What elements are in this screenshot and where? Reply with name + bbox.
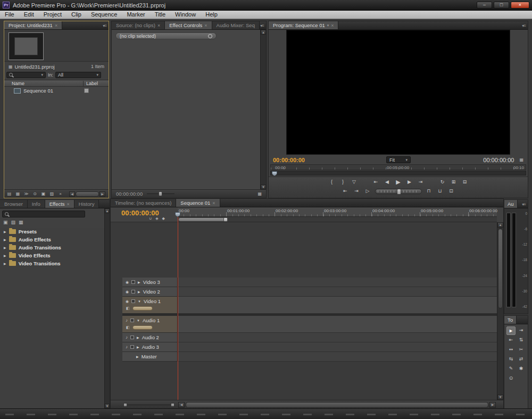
menu-sequence[interactable]: Sequence [86,11,122,19]
toggle-track-output-icon[interactable]: ◉ [126,299,129,304]
go-to-previous-edit-button[interactable]: ⇤ [372,179,380,186]
scroll-down-button[interactable]: ▼ [261,185,266,189]
scroll-left-button[interactable]: ◀ [178,402,185,408]
unnumbered-marker-icon[interactable]: ◆ [162,216,165,221]
maximize-button[interactable]: □ [494,2,509,9]
minimize-button[interactable]: – [477,2,492,9]
monitor-time-ruler[interactable]: 00:00 00:05:00:00 00:10 [270,164,526,170]
track-lock-toggle[interactable] [130,319,134,322]
collapse-icon[interactable]: ▶ [137,336,139,339]
speaker-icon[interactable]: ♪ [126,345,128,349]
zoom-level-select[interactable]: Fit ▾ [386,156,411,163]
horizontal-scrollbar-thumb[interactable] [76,191,99,197]
track-lock-toggle[interactable] [131,299,135,303]
zoom-slider[interactable] [147,191,174,196]
tab-project[interactable]: Project: Untitled231 × [4,21,62,29]
scroll-up-button[interactable]: ▲ [261,30,266,35]
vertical-scrollbar-thumb[interactable] [498,229,503,308]
track-lock-toggle[interactable] [131,290,135,294]
expand-arrow-icon[interactable]: ▶ [4,262,6,265]
menu-title[interactable]: Title [150,11,170,19]
tab-effects[interactable]: Effects × [45,200,74,208]
safe-margins-button[interactable]: ⊞ [450,179,458,186]
tab-source[interactable]: Source: (no clips) × [112,21,165,29]
slider-handle[interactable] [159,191,162,196]
vertical-scrollbar[interactable]: ▲ ▼ [497,222,503,400]
column-header-name[interactable]: Name [12,81,24,86]
close-icon[interactable]: × [212,200,215,206]
scroll-right-button[interactable]: ▶ [99,191,105,197]
menu-file[interactable]: File [0,11,19,19]
current-timecode[interactable]: 00:00:00:00 [273,157,305,163]
go-to-next-edit-button[interactable]: ⇥ [417,179,425,186]
shuttle-slider[interactable] [375,189,422,194]
effects-search-input[interactable] [2,211,85,217]
vertical-scrollbar[interactable]: ▲ ▼ [104,208,110,408]
clear-icon[interactable]: × [57,191,63,196]
speaker-icon[interactable]: ♪ [126,318,128,323]
zoom-out-handle[interactable] [123,403,127,407]
scroll-right-button[interactable]: ▶ [489,402,496,408]
tab-audio-mixer[interactable]: Audio Mixer: Seq [212,21,260,29]
new-item-icon[interactable]: ▨ [49,191,55,196]
close-icon[interactable]: × [204,23,207,28]
close-icon[interactable]: × [157,23,160,28]
audio-track-header[interactable]: ♪ ▼ Audio 1 ◧ [122,316,178,333]
step-forward-button[interactable]: ▶ [405,179,413,186]
scroll-down-button[interactable]: ▼ [105,404,110,408]
scroll-left-button[interactable]: ◀ [69,191,75,197]
export-frame-button[interactable]: ⊡ [447,188,455,195]
pen-tool[interactable]: ✎ [506,365,516,373]
jump-to-in-button[interactable]: ⇤ [342,188,350,195]
find-icon[interactable]: ⊙ [32,191,38,196]
folder-row-audio-transitions[interactable]: ▶ Audio Transitions [0,244,104,252]
track-lock-toggle[interactable] [130,336,134,339]
menu-marker[interactable]: Marker [122,11,149,19]
folder-row-presets[interactable]: ▶ Presets [0,228,104,236]
timeline-ruler[interactable]: 00:00 00:01:00:00 00:02:00:00 00:03:00:0… [178,207,497,217]
video-track-header[interactable]: ◉ ▶ Video 3 [122,278,178,287]
in-select[interactable]: All ▾ [55,72,101,78]
tab-timeline-empty[interactable]: Timeline: (no sequences) [111,199,176,207]
new-bin-icon[interactable]: ▣ [40,191,46,196]
master-track-header[interactable]: ▶ Master [122,352,178,362]
menu-clip[interactable]: Clip [66,11,86,19]
toggle-track-output-icon[interactable]: ◉ [126,290,129,294]
snap-icon[interactable]: ∪ [149,216,152,221]
close-icon[interactable]: × [67,202,70,207]
add-marker-button[interactable]: ▽ [350,179,358,186]
menu-project[interactable]: Project [39,11,66,19]
menu-help[interactable]: Help [201,11,222,19]
video-track-header[interactable]: ◉ ▶ Video 2 [122,287,178,297]
scroll-up-button[interactable]: ▲ [497,222,503,228]
track-content[interactable] [178,352,497,362]
expand-arrow-icon[interactable]: ▶ [4,238,6,241]
tab-program[interactable]: Program: Sequence 01 ▾ × [269,21,338,29]
collapse-icon[interactable]: ▶ [138,290,140,294]
playhead-marker[interactable] [272,171,277,176]
playhead-head[interactable] [175,212,180,217]
go-to-in-button[interactable]: { [328,179,336,186]
sequence-timecode[interactable]: 00:00:00:00 [121,209,159,217]
work-area-handle[interactable] [223,217,228,222]
scroll-down-button[interactable]: ▼ [497,395,503,400]
tab-tools[interactable]: To [504,316,517,324]
audio-track-header[interactable]: ♪ ▶ Audio 2 [122,333,178,342]
ripple-edit-tool[interactable]: ⇤ [506,336,516,345]
list-view-icon[interactable]: ▤ [6,191,12,196]
output-settings-icon[interactable]: ▦ [519,157,523,162]
current-time-display[interactable]: 00:00:00:00 [116,191,143,197]
panel-menu-icon[interactable]: ▾≡ [522,202,526,207]
zoom-slider[interactable] [123,403,174,407]
bin-icon[interactable]: ▨ [11,220,16,225]
folder-row-audio-effects[interactable]: ▶ Audio Effects [0,236,104,244]
expand-arrow-icon[interactable]: ▶ [4,230,6,233]
razor-tool[interactable]: ✂ [517,346,526,354]
tab-info[interactable]: Info [28,200,45,208]
icon-view-icon[interactable]: ▦ [15,191,21,196]
extract-button[interactable]: ⊔ [436,188,444,195]
collapse-icon[interactable]: ▶ [137,345,139,349]
shuttle-handle[interactable] [397,189,401,195]
play-in-to-out-button[interactable]: ▷ [364,188,372,195]
track-content[interactable] [178,297,497,314]
